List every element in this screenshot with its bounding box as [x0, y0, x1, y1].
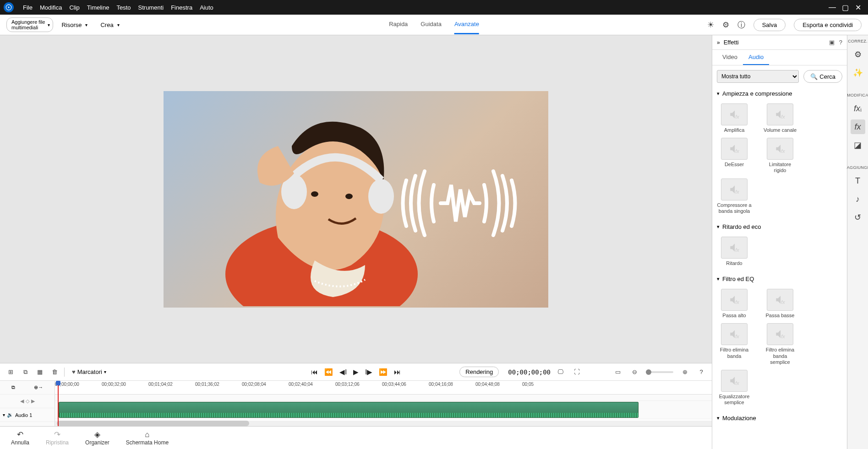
- tab-avanzate[interactable]: Avanzate: [454, 15, 479, 34]
- chevron-down-icon: ▾: [717, 415, 720, 421]
- fx-thumb: fx: [721, 370, 748, 392]
- fx-item[interactable]: fxCompressore a banda singola: [717, 179, 752, 214]
- fx-item[interactable]: fxFiltro elimina banda: [717, 323, 752, 365]
- panel-pin-icon[interactable]: ▣: [829, 39, 835, 46]
- timeline-ruler[interactable]: 00;00;00;0000;00;32;0000;01;04;0200;01;3…: [55, 381, 712, 395]
- safe-zone-icon[interactable]: ▭: [613, 368, 623, 375]
- brightness-icon[interactable]: ☀: [707, 20, 714, 30]
- step-fwd-icon[interactable]: Ⅰ▶: [365, 368, 372, 376]
- monitor-icon[interactable]: 🖵: [555, 368, 565, 375]
- magnet-icon[interactable]: ⊕→: [34, 384, 43, 390]
- fx-item[interactable]: fxPassa alto: [717, 289, 752, 319]
- video-preview[interactable]: [164, 91, 548, 308]
- window-close-icon[interactable]: ✕: [852, 3, 864, 12]
- add-media-dropdown[interactable]: Aggiungere file multimediali ▾: [6, 17, 53, 32]
- fx-thumb: fx: [721, 138, 748, 160]
- organizer-button[interactable]: ◈Organizer: [85, 430, 109, 446]
- track-next-icon[interactable]: ▶: [31, 398, 35, 404]
- info-icon[interactable]: ⓘ: [737, 20, 745, 30]
- window-maximize-icon[interactable]: ▢: [839, 3, 852, 12]
- menu-finestra[interactable]: Finestra: [167, 4, 196, 11]
- fx-item[interactable]: fxLimitatore rigido: [763, 138, 797, 173]
- ruler-tick: 00;02;40;04: [289, 382, 313, 387]
- fast-fwd-icon[interactable]: ⏩: [379, 368, 388, 376]
- timecode-display[interactable]: 00;00;00;00: [508, 368, 551, 376]
- fx-filter-select[interactable]: Mostra tutto: [717, 70, 799, 83]
- goto-start-icon[interactable]: ⏮: [311, 368, 318, 376]
- fx-search-button[interactable]: 🔍Cerca: [803, 70, 842, 83]
- fx-tab-video[interactable]: Video: [717, 50, 743, 65]
- fx-item[interactable]: fxVolume canale: [763, 103, 797, 133]
- rail-color-icon[interactable]: ◪: [851, 138, 865, 152]
- rail-fx-preset-icon[interactable]: fxᵢ: [851, 101, 865, 116]
- play-icon[interactable]: ▶: [353, 368, 359, 376]
- fx-thumb: fx: [721, 323, 748, 345]
- speaker-icon[interactable]: 🔉: [7, 412, 13, 418]
- render-button[interactable]: Rendering: [459, 367, 499, 377]
- fx-category-header[interactable]: ▾Modulazione: [712, 412, 847, 424]
- fx-tab-audio[interactable]: Audio: [743, 50, 769, 65]
- svg-text:fx: fx: [735, 114, 739, 119]
- zoom-out-icon[interactable]: ⊖: [629, 368, 639, 375]
- menu-aiuto[interactable]: Aiuto: [196, 4, 217, 11]
- snap-icon[interactable]: ⧉: [11, 384, 15, 390]
- tools-icon[interactable]: ⊞: [5, 368, 16, 375]
- timeline-controls: ⊞ ⧉ ▦ 🗑 ♥ Marcatori ▾ Rendering 00;00;00…: [0, 363, 712, 380]
- fx-item[interactable]: fxEqualizzatore semplice: [717, 370, 752, 406]
- rail-text-icon[interactable]: T: [851, 173, 865, 188]
- collapse-panel-icon[interactable]: »: [717, 39, 720, 46]
- audio-track-row[interactable]: ✂: [55, 401, 712, 419]
- resources-dropdown[interactable]: Risorse▾: [61, 22, 87, 28]
- rewind-icon[interactable]: ⏪: [324, 368, 333, 376]
- audio-clip[interactable]: [59, 402, 639, 418]
- timeline-body[interactable]: 00;00;00;0000;00;32;0000;01;04;0200;01;3…: [55, 381, 712, 426]
- fx-item[interactable]: fxFiltro elimina banda semplice: [763, 323, 797, 365]
- export-button[interactable]: Esporta e condividi: [794, 19, 862, 31]
- chevron-down-icon: ▾: [48, 22, 50, 27]
- copy-icon[interactable]: ⧉: [20, 368, 30, 376]
- fx-item-label: Filtro elimina banda semplice: [763, 347, 797, 365]
- undo-button[interactable]: ↶Annulla: [11, 430, 29, 446]
- fx-item[interactable]: fxRitardo: [717, 237, 752, 266]
- home-button[interactable]: ⌂Schermata Home: [126, 430, 169, 446]
- zoom-in-icon[interactable]: ⊕: [680, 368, 690, 375]
- menu-file[interactable]: File: [19, 4, 36, 11]
- save-button[interactable]: Salva: [753, 19, 786, 31]
- rail-music-icon[interactable]: ♪: [851, 192, 865, 206]
- menu-testo[interactable]: Testo: [113, 4, 134, 11]
- fx-item[interactable]: fxPassa basse: [763, 289, 797, 319]
- rail-wand-icon[interactable]: ✨: [851, 65, 865, 80]
- playhead[interactable]: [58, 381, 59, 426]
- step-back-icon[interactable]: ◀Ⅰ: [339, 368, 347, 376]
- redo-button[interactable]: ↷Ripristina: [46, 430, 69, 446]
- create-dropdown[interactable]: Crea▾: [100, 22, 119, 28]
- rail-graphics-icon[interactable]: ↺: [851, 210, 865, 225]
- fullscreen-icon[interactable]: ⛶: [572, 368, 582, 375]
- menu-modifica[interactable]: Modifica: [36, 4, 66, 11]
- fx-item[interactable]: fxDeEsser: [717, 138, 752, 173]
- fx-category-header[interactable]: ▾Ampiezza e compressione: [712, 87, 847, 100]
- tab-rapida[interactable]: Rapida: [389, 15, 408, 34]
- tab-guidata[interactable]: Guidata: [420, 15, 442, 34]
- timeline-scrollbar[interactable]: [55, 421, 712, 426]
- markers-dropdown[interactable]: ♥ Marcatori ▾: [69, 368, 109, 375]
- zoom-slider[interactable]: [646, 371, 673, 373]
- menu-clip[interactable]: Clip: [66, 4, 83, 11]
- grid-icon[interactable]: ▦: [35, 368, 45, 375]
- audio-track-header[interactable]: ▾ 🔉 Audio 1: [0, 408, 55, 422]
- trash-icon[interactable]: 🗑: [49, 368, 60, 375]
- gear-icon[interactable]: ⚙: [722, 20, 729, 30]
- window-minimize-icon[interactable]: —: [826, 3, 839, 11]
- menu-timeline[interactable]: Timeline: [83, 4, 113, 11]
- menu-strumenti[interactable]: Strumenti: [135, 4, 168, 11]
- goto-end-icon[interactable]: ⏭: [394, 368, 401, 376]
- fx-category-header[interactable]: ▾Ritardo ed eco: [712, 221, 847, 233]
- fx-category-header[interactable]: ▾Filtro ed EQ: [712, 273, 847, 285]
- rail-adjust-icon[interactable]: ⚙: [851, 47, 865, 62]
- fx-item[interactable]: fxAmplifica: [717, 103, 752, 133]
- rail-fx-icon[interactable]: fx: [851, 119, 865, 134]
- help-icon[interactable]: ?: [696, 368, 706, 375]
- svg-text:fx: fx: [781, 114, 785, 119]
- panel-help-icon[interactable]: ?: [839, 39, 842, 46]
- track-prev-icon[interactable]: ◀: [20, 398, 24, 404]
